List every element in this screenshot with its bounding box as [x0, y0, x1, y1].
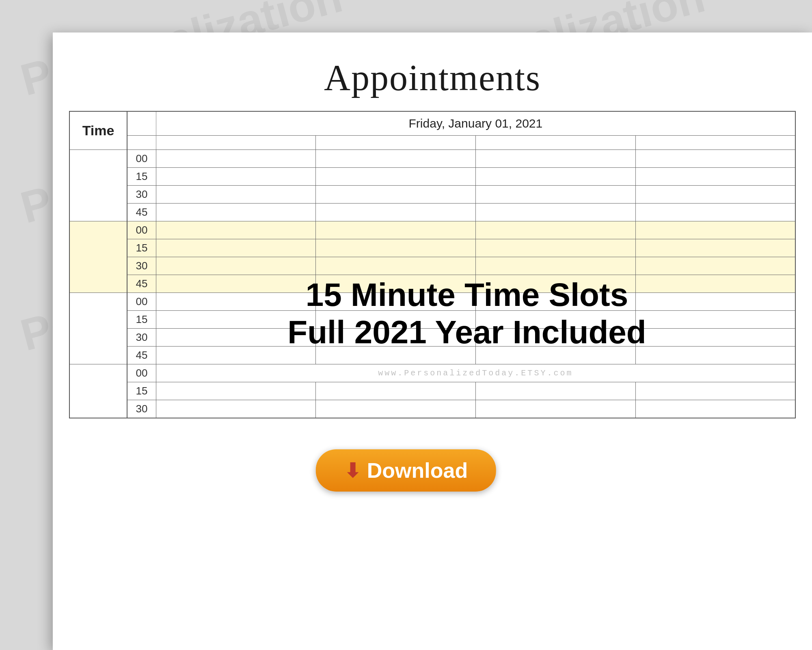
appointment-cell: [316, 239, 476, 257]
download-button[interactable]: ⬇ Download: [316, 449, 496, 492]
appointment-cell: [156, 293, 316, 311]
minute-cell: 30: [127, 257, 156, 275]
minute-cell: 15: [127, 311, 156, 329]
appointment-cell: [635, 382, 795, 400]
table-row: 00: [69, 150, 795, 168]
appointments-table: Time Friday, January 01, 2021 00: [69, 111, 796, 418]
table-row-highlight: 15: [69, 239, 795, 257]
table-row: 00: [69, 293, 795, 311]
download-button-label: Download: [367, 458, 468, 483]
page-title: Appointments: [53, 32, 812, 111]
minute-cell: 15: [127, 382, 156, 400]
appointment-cell: [476, 293, 636, 311]
table-row: 45: [69, 347, 795, 364]
appointment-cell: [156, 150, 316, 168]
appointment-cell: [316, 329, 476, 347]
appointment-cell: [316, 186, 476, 204]
appointment-cell: [316, 204, 476, 221]
appointment-cell: [316, 311, 476, 329]
appointment-cell: [156, 275, 316, 293]
download-arrow-icon: ⬇: [344, 459, 361, 482]
appointment-cell: [156, 186, 316, 204]
appointment-cell: [316, 168, 476, 186]
appointment-cell: [476, 275, 636, 293]
appointment-cell: [635, 150, 795, 168]
appointment-cell: [635, 257, 795, 275]
appointment-cell: [476, 382, 636, 400]
minute-cell: 15: [127, 168, 156, 186]
minute-cell: 00: [127, 150, 156, 168]
appointment-cell: [156, 257, 316, 275]
appointment-cell: [635, 311, 795, 329]
appointment-cell: [635, 204, 795, 221]
time-column-header: Time: [69, 111, 127, 150]
minute-cell: 00: [127, 293, 156, 311]
appointment-cell: [476, 239, 636, 257]
appointment-cell: [316, 400, 476, 418]
website-watermark-cell: www.PersonalizedToday.ETSY.com: [156, 364, 795, 382]
appointment-cell: [316, 221, 476, 239]
table-row: 45: [69, 204, 795, 221]
table-header-row: Time Friday, January 01, 2021: [69, 111, 795, 136]
appointment-cell: [316, 275, 476, 293]
minute-cell: 30: [127, 329, 156, 347]
appointment-cell: [156, 221, 316, 239]
appointment-cell: [316, 150, 476, 168]
appointment-cell: [635, 400, 795, 418]
appointment-cell: [476, 221, 636, 239]
minute-cell: 30: [127, 186, 156, 204]
minute-cell: 30: [127, 400, 156, 418]
hour-cell: [69, 293, 127, 364]
minute-cell: 45: [127, 204, 156, 221]
minute-cell: 45: [127, 347, 156, 364]
table-wrapper: Time Friday, January 01, 2021 00: [53, 111, 812, 418]
appointment-cell: [316, 293, 476, 311]
document-card: Appointments Time Friday, January 01, 20…: [53, 32, 812, 650]
col-header-3: [476, 136, 636, 150]
appointment-cell: [635, 239, 795, 257]
appointment-cell: [476, 186, 636, 204]
appointment-cell: [316, 382, 476, 400]
appointment-cell: [156, 204, 316, 221]
appointment-cell: [635, 329, 795, 347]
col-header-4: [635, 136, 795, 150]
table-row-highlight: 45: [69, 275, 795, 293]
appointment-cell: [316, 257, 476, 275]
table-row: 30: [69, 186, 795, 204]
appointment-cell: [156, 239, 316, 257]
appointment-cell: [156, 168, 316, 186]
appointment-cell: [635, 293, 795, 311]
appointment-cell: [476, 347, 636, 364]
appointment-cell: [316, 347, 476, 364]
appointment-cell: [156, 347, 316, 364]
appointment-cell: [156, 329, 316, 347]
appointment-cell: [156, 382, 316, 400]
appointment-cell: [635, 347, 795, 364]
minute-cell: 00: [127, 221, 156, 239]
appointment-cell: [156, 311, 316, 329]
appointment-cell: [635, 168, 795, 186]
min-sub-header: [127, 136, 156, 150]
table-row: 00 www.PersonalizedToday.ETSY.com: [69, 364, 795, 382]
appointment-cell: [476, 204, 636, 221]
table-row: 15: [69, 311, 795, 329]
download-button-wrapper: ⬇ Download: [316, 449, 496, 492]
table-row: 30: [69, 329, 795, 347]
appointment-cell: [635, 186, 795, 204]
table-row: 30: [69, 400, 795, 418]
appointment-cell: [635, 275, 795, 293]
hour-cell-highlight: [69, 221, 127, 293]
table-row-highlight: 00: [69, 221, 795, 239]
minute-cell: 00: [127, 364, 156, 382]
minute-cell: 45: [127, 275, 156, 293]
table-row: 15: [69, 382, 795, 400]
table-row: 15: [69, 168, 795, 186]
date-header: Friday, January 01, 2021: [156, 111, 795, 136]
minute-cell: 15: [127, 239, 156, 257]
appointment-cell: [476, 329, 636, 347]
appointment-cell: [476, 311, 636, 329]
table-row-highlight: 30: [69, 257, 795, 275]
appointment-cell: [476, 168, 636, 186]
hour-cell: [69, 150, 127, 221]
col-header-1: [156, 136, 316, 150]
